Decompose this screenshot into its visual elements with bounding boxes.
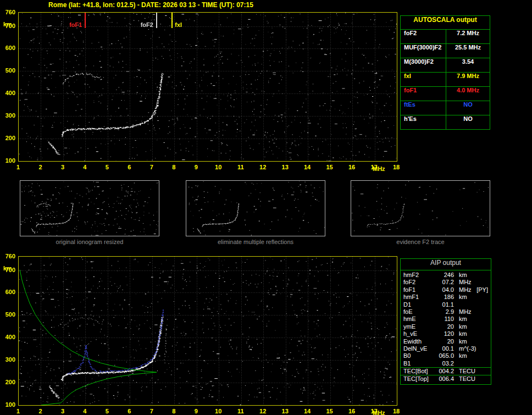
x-tick-label: 3 bbox=[57, 164, 68, 170]
y-axis-unit: km bbox=[3, 265, 12, 272]
aip-row: DelN_vE00.1m^(-3) bbox=[401, 345, 491, 352]
x-tick-label: 15 bbox=[324, 408, 335, 414]
aip-unit: km bbox=[454, 272, 488, 279]
ionogram-plot-bottom bbox=[18, 256, 397, 406]
aip-unit: TECU bbox=[454, 368, 488, 375]
x-tick-label: 1 bbox=[13, 408, 24, 414]
y-tick-label: 200 bbox=[1, 379, 15, 385]
x-tick-label: 6 bbox=[124, 164, 135, 170]
aip-param: h_vE bbox=[401, 330, 435, 337]
aip-extra bbox=[488, 338, 491, 345]
autoscala-param: foF1 bbox=[401, 87, 446, 101]
ionogram-canvas-bottom bbox=[19, 257, 397, 405]
aip-param: B1 bbox=[401, 360, 435, 367]
aip-unit: MHz bbox=[454, 308, 488, 316]
aip-extra bbox=[488, 316, 491, 323]
autoscala-value: 3.54 bbox=[446, 58, 490, 72]
autoscala-param: M(3000)F2 bbox=[401, 58, 446, 72]
aip-value: 07.2 bbox=[435, 279, 454, 286]
aip-value: 120 bbox=[435, 330, 454, 337]
x-tick-label: 18 bbox=[391, 164, 402, 170]
x-tick-label: 8 bbox=[168, 164, 179, 170]
aip-unit: km bbox=[454, 352, 488, 359]
aip-value: 01.1 bbox=[435, 301, 454, 308]
autoscala-param: h'Es bbox=[401, 115, 446, 129]
marker-label-foF1: foF1 bbox=[61, 21, 82, 28]
x-tick-label: 11 bbox=[235, 408, 246, 414]
x-tick-label: 9 bbox=[191, 408, 202, 414]
aip-extra bbox=[488, 308, 491, 316]
autoscala-row: h'EsNO bbox=[401, 115, 490, 129]
x-tick-label: 13 bbox=[280, 164, 291, 170]
thumbnail-evidence-f2 bbox=[351, 180, 490, 236]
x-tick-label: 18 bbox=[391, 408, 402, 414]
x-tick-label: 15 bbox=[324, 164, 335, 170]
aip-unit bbox=[454, 301, 488, 308]
aip-param: DelN_vE bbox=[401, 345, 435, 352]
aip-extra bbox=[488, 330, 491, 337]
page-title: Rome (lat: +41.8, lon: 012.5) - DATE: 20… bbox=[48, 1, 253, 9]
autoscala-value: 4.0 MHz bbox=[446, 87, 490, 101]
thumbnail-caption-f2: evidence F2 trace bbox=[351, 239, 490, 245]
aip-rows: hmF2246kmfoF207.2MHzfoF104.0MHz[PY]hmF11… bbox=[401, 270, 491, 383]
y-tick-label: 600 bbox=[1, 289, 15, 295]
autoscala-value: NO bbox=[446, 101, 490, 115]
aip-extra bbox=[488, 360, 491, 367]
x-tick-label: 14 bbox=[302, 408, 313, 414]
aip-row: hmF1186km bbox=[401, 294, 491, 301]
x-tick-label: 10 bbox=[213, 164, 224, 170]
y-tick-label: 600 bbox=[1, 45, 15, 51]
autoscala-title: AUTOSCALA output bbox=[401, 16, 490, 30]
aip-row: B0065.0km bbox=[401, 352, 491, 359]
aip-param: hmE bbox=[401, 316, 435, 323]
autoscala-row: MUF(3000)F225.5 MHz bbox=[401, 44, 490, 58]
aip-param: foF2 bbox=[401, 279, 435, 286]
aip-param: TEC[Bot] bbox=[401, 368, 435, 375]
y-axis-unit: km bbox=[3, 21, 12, 27]
aip-row: hmF2246km bbox=[401, 272, 491, 279]
x-tick-label: 12 bbox=[257, 408, 268, 414]
x-tick-label: 16 bbox=[346, 408, 357, 414]
x-axis-unit: MHz bbox=[373, 410, 385, 415]
aip-row: foF207.2MHz bbox=[401, 279, 491, 286]
aip-row: TEC[Bot]004.2TECU bbox=[401, 367, 491, 375]
y-tick-label: 760 bbox=[1, 9, 15, 15]
autoscala-rows: foF27.2 MHzMUF(3000)F225.5 MHzM(3000)F23… bbox=[401, 30, 490, 129]
aip-extra bbox=[488, 279, 491, 286]
x-tick-label: 3 bbox=[57, 408, 68, 414]
x-tick-label: 1 bbox=[13, 164, 24, 170]
aip-unit: km bbox=[454, 294, 488, 301]
aip-value: 246 bbox=[435, 272, 454, 279]
ionogram-canvas-top bbox=[19, 13, 397, 161]
x-tick-label: 2 bbox=[35, 164, 46, 170]
x-tick-label: 6 bbox=[124, 408, 135, 414]
autoscala-param: ftEs bbox=[401, 101, 446, 115]
aip-value: 186 bbox=[435, 294, 454, 301]
aip-row: ymE20km bbox=[401, 323, 491, 330]
autoscala-value: NO bbox=[446, 115, 490, 129]
y-tick-label: 760 bbox=[1, 253, 15, 259]
thumbnail-canvas-reflections bbox=[186, 181, 325, 236]
x-tick-label: 4 bbox=[79, 408, 90, 414]
thumbnail-caption-reflections: eliminate multiple reflections bbox=[186, 239, 325, 245]
x-tick-label: 16 bbox=[346, 164, 357, 170]
aip-row: TEC[Top]006.4TECU bbox=[401, 375, 491, 383]
aip-unit: km bbox=[454, 330, 488, 337]
aip-extra: [PY] bbox=[476, 286, 491, 294]
y-tick-label: 400 bbox=[1, 334, 15, 340]
thumbnail-canvas-original bbox=[20, 181, 159, 236]
aip-value: 110 bbox=[435, 316, 454, 323]
x-tick-label: 14 bbox=[302, 164, 313, 170]
x-tick-label: 7 bbox=[146, 164, 157, 170]
x-tick-label: 13 bbox=[280, 408, 291, 414]
aip-extra bbox=[488, 323, 491, 330]
thumbnail-eliminate-reflections bbox=[186, 180, 325, 236]
y-tick-label: 400 bbox=[1, 90, 15, 96]
aip-param: ymE bbox=[401, 323, 435, 330]
aip-unit: km bbox=[454, 316, 488, 323]
x-tick-label: 5 bbox=[102, 164, 113, 170]
aip-unit: MHz bbox=[454, 279, 488, 286]
y-tick-label: 500 bbox=[1, 67, 15, 74]
aip-extra bbox=[488, 345, 491, 352]
aip-extra bbox=[488, 375, 491, 383]
